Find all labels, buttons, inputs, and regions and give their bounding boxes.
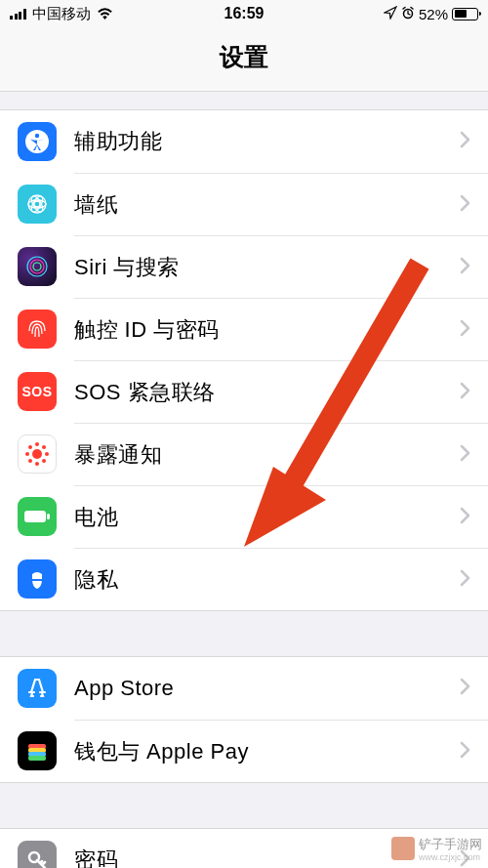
group-spacer xyxy=(0,92,488,109)
status-time: 16:59 xyxy=(224,5,264,22)
svg-point-13 xyxy=(35,462,39,466)
chevron-right-icon xyxy=(460,257,470,278)
row-label: Siri 与搜索 xyxy=(74,253,460,282)
row-siri[interactable]: Siri 与搜索 xyxy=(0,235,488,298)
settings-group-1: 辅助功能 墙纸 Siri 与搜索 触控 ID 与密码 SOS SOS 紧急联络 … xyxy=(0,109,488,611)
chevron-right-icon xyxy=(460,131,470,152)
siri-icon xyxy=(18,247,57,286)
svg-point-15 xyxy=(45,452,49,456)
row-label: 触控 ID 与密码 xyxy=(74,315,460,345)
svg-rect-22 xyxy=(32,579,42,581)
row-label: 墙纸 xyxy=(74,190,460,220)
row-appstore[interactable]: App Store xyxy=(0,657,488,720)
chevron-right-icon xyxy=(460,194,470,216)
nav-header: 设置 xyxy=(0,27,488,92)
row-accessibility[interactable]: 辅助功能 xyxy=(0,110,488,173)
svg-rect-21 xyxy=(47,514,50,519)
status-left: 中国移动 xyxy=(10,5,113,23)
svg-point-19 xyxy=(42,459,46,463)
row-label: 隐私 xyxy=(74,565,460,595)
svg-point-18 xyxy=(28,459,32,463)
svg-point-14 xyxy=(25,452,29,456)
exposure-icon xyxy=(18,434,57,474)
watermark: 铲子手游网 www.czjxjc.com xyxy=(391,835,482,862)
row-sos[interactable]: SOS SOS 紧急联络 xyxy=(0,360,488,423)
status-right: 52% xyxy=(384,6,478,22)
row-label: 暴露通知 xyxy=(74,440,460,470)
svg-point-17 xyxy=(42,445,46,449)
row-label: App Store xyxy=(74,676,460,701)
chevron-right-icon xyxy=(460,507,470,528)
chevron-right-icon xyxy=(460,382,470,403)
row-touchid[interactable]: 触控 ID 与密码 xyxy=(0,298,488,360)
group-spacer xyxy=(0,611,488,656)
svg-rect-26 xyxy=(28,756,46,761)
svg-rect-20 xyxy=(24,511,46,522)
wallpaper-icon xyxy=(18,185,57,224)
alarm-icon xyxy=(401,6,415,22)
svg-point-9 xyxy=(30,260,44,273)
chevron-right-icon xyxy=(460,741,470,763)
settings-group-2: App Store 钱包与 Apple Pay xyxy=(0,656,488,783)
row-wallpaper[interactable]: 墙纸 xyxy=(0,173,488,235)
wallet-icon xyxy=(18,731,57,770)
accessibility-icon xyxy=(18,122,57,161)
row-label: 辅助功能 xyxy=(74,127,460,156)
row-label: 钱包与 Apple Pay xyxy=(74,737,460,766)
carrier-label: 中国移动 xyxy=(32,5,91,23)
signal-icon xyxy=(10,8,26,20)
svg-point-4 xyxy=(34,201,40,207)
key-icon xyxy=(18,841,57,868)
sos-icon: SOS xyxy=(18,372,57,411)
row-label: SOS 紧急联络 xyxy=(74,378,460,407)
row-exposure[interactable]: 暴露通知 xyxy=(0,423,488,485)
group-spacer xyxy=(0,783,488,828)
location-icon xyxy=(384,6,397,22)
privacy-icon xyxy=(18,559,57,599)
battery-icon xyxy=(452,8,478,21)
status-bar: 中国移动 16:59 52% xyxy=(0,0,488,27)
svg-point-16 xyxy=(28,445,32,449)
watermark-brand: 铲子手游网 xyxy=(419,837,482,851)
chevron-right-icon xyxy=(460,678,470,699)
chevron-right-icon xyxy=(460,569,470,591)
row-wallet[interactable]: 钱包与 Apple Pay xyxy=(0,720,488,782)
touchid-icon xyxy=(18,310,57,349)
row-battery[interactable]: 电池 xyxy=(0,485,488,548)
svg-point-2 xyxy=(35,134,39,138)
wifi-icon xyxy=(97,8,113,21)
svg-point-12 xyxy=(35,442,39,446)
watermark-url: www.czjxjc.com xyxy=(419,853,482,862)
battery-percent: 52% xyxy=(419,6,448,22)
watermark-logo xyxy=(391,837,415,860)
appstore-icon xyxy=(18,669,57,708)
chevron-right-icon xyxy=(460,319,470,341)
row-label: 电池 xyxy=(74,503,460,532)
svg-point-10 xyxy=(33,263,41,270)
chevron-right-icon xyxy=(460,444,470,466)
battery-icon xyxy=(18,497,57,536)
page-title: 设置 xyxy=(0,41,488,73)
svg-point-11 xyxy=(32,449,42,459)
row-privacy[interactable]: 隐私 xyxy=(0,548,488,610)
